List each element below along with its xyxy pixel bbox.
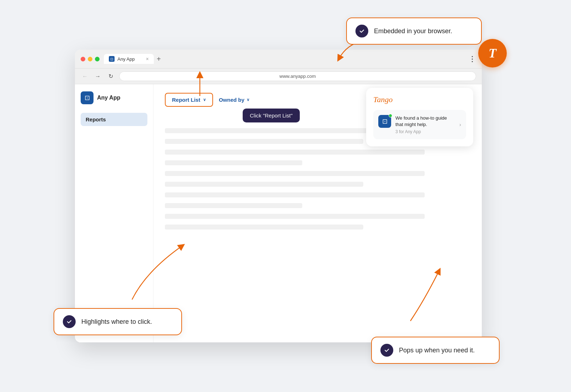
browser-tab-active[interactable]: ⊡ Any App × <box>104 54 154 64</box>
address-bar[interactable]: www.anyapp.com <box>119 71 476 81</box>
tango-logo: T <box>478 39 507 67</box>
tango-card-sub: 3 for Any App <box>395 129 455 134</box>
tab-label: Any App <box>117 56 135 62</box>
report-list-button[interactable]: Report List ∨ <box>165 93 213 107</box>
browser-chrome: ⊡ Any App × + ⋮ <box>75 50 482 69</box>
back-button[interactable]: ← <box>81 73 89 80</box>
content-row-5 <box>165 171 425 176</box>
tango-t-letter: T <box>489 46 496 61</box>
click-tooltip: Click "Report List" <box>243 109 300 122</box>
tango-green-badge <box>389 114 392 117</box>
browser-menu-button[interactable]: ⋮ <box>469 55 476 63</box>
tab-close-button[interactable]: × <box>146 56 149 62</box>
content-row-4 <box>165 160 302 165</box>
app-logo-row: ⊡ Any App <box>81 91 147 104</box>
callout-popsup-text: Pops up when you need it. <box>399 347 475 354</box>
tango-card-chevron[interactable]: › <box>459 122 461 127</box>
check-icon-embedded <box>355 25 368 37</box>
callout-highlights: Highlights where to click. <box>54 308 182 335</box>
tab-bar: ⊡ Any App × + <box>104 54 464 64</box>
tango-panel: Tango ⊡ We found a how-to guide that mig… <box>366 88 473 146</box>
svg-point-0 <box>359 28 365 34</box>
address-bar-row: ← → ↻ www.anyapp.com <box>75 69 482 84</box>
app-content: ⊡ Any App Reports Report List ∨ Owned by… <box>75 84 482 342</box>
sidebar: ⊡ Any App Reports <box>75 84 153 342</box>
tab-favicon: ⊡ <box>109 56 115 62</box>
main-area: Report List ∨ Owned by ∨ Click "Report L… <box>153 84 482 342</box>
scene: Embedded in your browser. T ⊡ Any App × … <box>54 21 517 371</box>
content-row-7 <box>165 192 425 197</box>
report-list-chevron: ∨ <box>203 97 206 102</box>
owned-by-chevron: ∨ <box>247 97 249 102</box>
traffic-light-red[interactable] <box>81 57 85 61</box>
tango-guide-card[interactable]: ⊡ We found a how-to guide that might hel… <box>373 110 466 139</box>
svg-point-1 <box>66 318 72 325</box>
callout-popsup: Pops up when you need it. <box>371 337 500 364</box>
svg-point-2 <box>384 347 390 353</box>
traffic-light-green[interactable] <box>95 57 100 61</box>
callout-embedded-text: Embedded in your browser. <box>374 27 452 35</box>
tango-card-icon: ⊡ <box>378 115 391 128</box>
traffic-light-yellow[interactable] <box>88 57 92 61</box>
callout-embedded: Embedded in your browser. <box>346 17 482 45</box>
content-row-3 <box>165 150 425 155</box>
check-icon-highlights <box>63 315 76 328</box>
tango-card-title: We found a how-to guide that might help. <box>395 115 455 128</box>
new-tab-button[interactable]: + <box>157 55 161 62</box>
forward-button[interactable]: → <box>94 73 102 80</box>
tango-title: Tango <box>373 95 466 104</box>
owned-by-button[interactable]: Owned by ∨ <box>219 97 249 103</box>
content-row-2 <box>165 139 363 144</box>
content-row-6 <box>165 182 363 187</box>
app-name-label: Any App <box>97 95 120 101</box>
content-row-9 <box>165 214 425 219</box>
content-row-10 <box>165 225 363 230</box>
traffic-lights <box>81 57 100 61</box>
refresh-button[interactable]: ↻ <box>106 73 115 80</box>
callout-highlights-text: Highlights where to click. <box>81 318 152 326</box>
app-logo-icon: ⊡ <box>81 91 94 104</box>
content-row-8 <box>165 203 302 208</box>
browser-window: ⊡ Any App × + ⋮ ← → ↻ www.anyapp.com ⊡ A… <box>75 50 482 342</box>
check-icon-popsup <box>380 344 393 357</box>
sidebar-item-reports[interactable]: Reports <box>81 113 147 126</box>
tango-card-text-area: We found a how-to guide that might help.… <box>395 115 455 134</box>
